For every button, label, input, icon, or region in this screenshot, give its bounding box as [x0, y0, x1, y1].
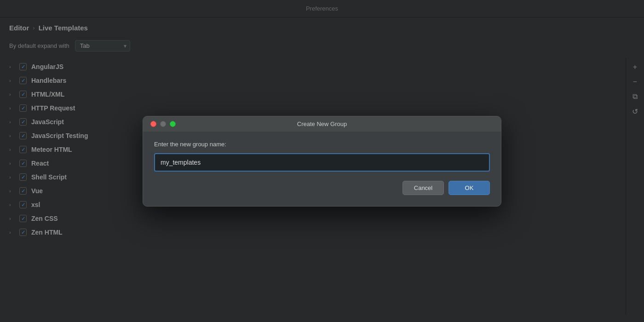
group-name-input[interactable]	[154, 153, 490, 172]
dialog-buttons: Cancel OK	[154, 181, 490, 195]
ok-button[interactable]: OK	[448, 181, 490, 195]
dialog-overlay: Create New Group Enter the new group nam…	[0, 0, 644, 322]
create-group-dialog: Create New Group Enter the new group nam…	[143, 116, 501, 207]
dialog-titlebar: Create New Group	[143, 116, 501, 132]
dialog-body: Enter the new group name: Cancel OK	[143, 132, 501, 206]
cancel-button[interactable]: Cancel	[402, 181, 444, 195]
traffic-light-close[interactable]	[150, 121, 156, 127]
dialog-title: Create New Group	[297, 121, 347, 127]
dialog-prompt: Enter the new group name:	[154, 141, 490, 148]
traffic-light-minimize[interactable]	[160, 121, 166, 127]
traffic-light-maximize[interactable]	[170, 121, 176, 127]
dialog-traffic-lights	[150, 121, 176, 127]
